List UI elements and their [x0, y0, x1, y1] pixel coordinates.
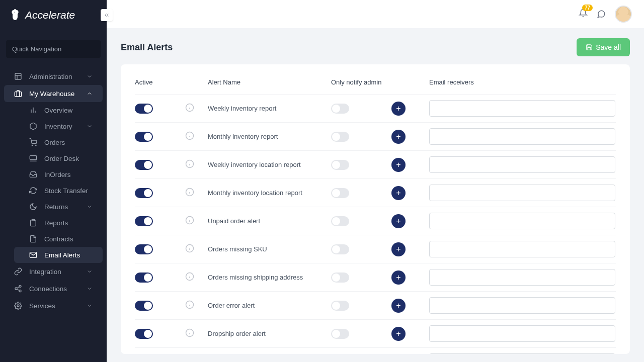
- nav-label: Services: [29, 302, 55, 310]
- active-toggle[interactable]: [135, 160, 153, 170]
- admin-toggle[interactable]: [331, 160, 349, 170]
- table-row: Dropship order alert +: [135, 319, 616, 347]
- table-row: Orders missing shipping address +: [135, 263, 616, 291]
- info-icon[interactable]: [185, 300, 194, 309]
- notification-bell[interactable]: 77: [579, 9, 588, 20]
- active-toggle[interactable]: [135, 273, 153, 283]
- nav-label: InOrders: [44, 171, 71, 178]
- active-toggle[interactable]: [135, 329, 153, 339]
- avatar[interactable]: [615, 6, 632, 23]
- nav-label: Connections: [29, 285, 67, 293]
- admin-toggle[interactable]: [331, 301, 349, 311]
- page-title: Email Alerts: [121, 42, 173, 53]
- sidebar-item-administration[interactable]: Administration: [4, 68, 103, 85]
- sidebar-item-inorders[interactable]: InOrders: [14, 166, 103, 183]
- table-header: Active Alert Name Only notify admin Emai…: [135, 74, 616, 94]
- col-header-receivers: Email receivers: [429, 78, 615, 86]
- email-receivers-input[interactable]: [429, 353, 615, 354]
- admin-toggle[interactable]: [331, 244, 349, 254]
- add-receiver-button[interactable]: +: [391, 130, 406, 144]
- add-receiver-button[interactable]: +: [391, 102, 406, 116]
- info-icon[interactable]: [185, 216, 194, 225]
- email-receivers-input[interactable]: [429, 269, 615, 286]
- save-label: Save all: [596, 43, 621, 51]
- refresh-icon: [29, 187, 37, 195]
- sidebar-item-services[interactable]: Services: [4, 297, 103, 314]
- chevron-down-icon: [87, 303, 93, 309]
- save-all-button[interactable]: Save all: [577, 38, 630, 56]
- table-body: Weekly inventory report + Monthly invent…: [135, 94, 616, 354]
- sidebar-item-email-alerts[interactable]: Email Alerts: [14, 247, 103, 263]
- admin-toggle[interactable]: [331, 273, 349, 283]
- table-row: Weekly order report +: [135, 347, 616, 354]
- active-toggle[interactable]: [135, 132, 153, 142]
- active-toggle[interactable]: [135, 216, 153, 226]
- add-receiver-button[interactable]: +: [391, 299, 406, 313]
- alert-name: Orders missing SKU: [208, 245, 331, 253]
- admin-toggle[interactable]: [331, 132, 349, 142]
- email-receivers-input[interactable]: [429, 325, 615, 342]
- nav-label: Contracts: [44, 235, 73, 243]
- sidebar-item-inventory[interactable]: Inventory: [14, 118, 103, 134]
- sidebar-item-integration[interactable]: Integration: [4, 263, 103, 280]
- sidebar-collapse-button[interactable]: [101, 9, 113, 21]
- active-toggle[interactable]: [135, 244, 153, 254]
- info-icon[interactable]: [185, 188, 194, 197]
- info-icon[interactable]: [185, 103, 194, 112]
- sidebar-item-reports[interactable]: Reports: [14, 215, 103, 231]
- mail-icon: [29, 251, 37, 259]
- chat-icon[interactable]: [597, 10, 606, 19]
- admin-toggle[interactable]: [331, 104, 349, 114]
- sidebar-item-contracts[interactable]: Contracts: [14, 231, 103, 247]
- nav-label: Overview: [44, 107, 72, 114]
- chevron-down-icon: [87, 286, 93, 292]
- col-header-active: Active: [135, 78, 208, 86]
- add-receiver-button[interactable]: +: [391, 270, 406, 285]
- sidebar-item-connections[interactable]: Connections: [4, 280, 103, 297]
- sidebar-item-overview[interactable]: Overview: [14, 102, 103, 118]
- svg-point-13: [15, 288, 17, 290]
- email-receivers-input[interactable]: [429, 156, 615, 173]
- sidebar-item-orders[interactable]: Orders: [14, 134, 103, 150]
- admin-toggle[interactable]: [331, 216, 349, 226]
- table-row: Orders missing SKU +: [135, 235, 616, 263]
- col-header-alert-name: Alert Name: [208, 78, 331, 86]
- info-icon[interactable]: [185, 328, 194, 337]
- active-toggle[interactable]: [135, 188, 153, 198]
- add-receiver-button[interactable]: +: [391, 214, 406, 228]
- sidebar-item-stock-transfer[interactable]: Stock Transfer: [14, 183, 103, 199]
- info-icon[interactable]: [185, 244, 194, 253]
- alert-name: Unpaid order alert: [208, 217, 331, 225]
- chevron-down-icon: [87, 73, 93, 79]
- svg-point-12: [19, 285, 21, 287]
- info-icon[interactable]: [185, 131, 194, 140]
- sidebar-item-order-desk[interactable]: Order Desk: [14, 150, 103, 166]
- add-receiver-button[interactable]: +: [391, 327, 406, 341]
- email-receivers-input[interactable]: [429, 213, 615, 229]
- alert-name: Order error alert: [208, 302, 331, 309]
- svg-point-14: [19, 290, 21, 292]
- sidebar-item-my-warehouse[interactable]: My Warehouse: [4, 85, 103, 102]
- add-receiver-button[interactable]: +: [391, 158, 406, 172]
- email-receivers-input[interactable]: [429, 128, 615, 145]
- admin-toggle[interactable]: [331, 329, 349, 339]
- admin-toggle[interactable]: [331, 188, 349, 198]
- email-receivers-input[interactable]: [429, 241, 615, 257]
- svg-point-17: [17, 305, 19, 307]
- chevron-down-icon: [87, 204, 93, 210]
- email-receivers-input[interactable]: [429, 185, 615, 201]
- info-icon[interactable]: [185, 159, 194, 168]
- svg-line-16: [17, 287, 20, 288]
- svg-point-7: [32, 145, 32, 145]
- table-row: Order error alert +: [135, 291, 616, 319]
- quick-navigation-button[interactable]: Quick Navigation: [6, 40, 101, 58]
- add-receiver-button[interactable]: +: [391, 186, 406, 200]
- active-toggle[interactable]: [135, 301, 153, 311]
- info-icon[interactable]: [185, 272, 194, 281]
- email-receivers-input[interactable]: [429, 297, 615, 314]
- add-receiver-button[interactable]: +: [391, 242, 406, 256]
- alert-name: Monthly inventory report: [208, 133, 331, 140]
- active-toggle[interactable]: [135, 104, 153, 114]
- sidebar-item-returns[interactable]: Returns: [14, 199, 103, 215]
- email-receivers-input[interactable]: [429, 100, 615, 117]
